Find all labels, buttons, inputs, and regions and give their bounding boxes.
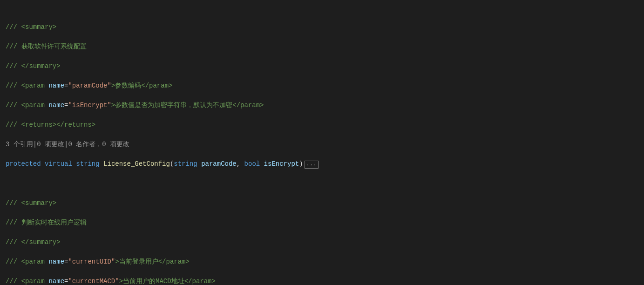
doc-line: /// 获取软件许可系统配置 [6, 42, 638, 52]
blank-line [6, 179, 638, 189]
doc-line: /// <returns></returns> [6, 120, 638, 130]
codelens[interactable]: 3 个引用|0 项更改|0 名作者，0 项更改 [6, 140, 638, 149]
code-editor[interactable]: /// <summary> /// 获取软件许可系统配置 /// </summa… [0, 0, 644, 285]
doc-line: /// <param name="currentMACD">当前用户的MACD地… [6, 277, 638, 285]
doc-line: /// </summary> [6, 61, 638, 71]
doc-line: /// 判断实时在线用户逻辑 [6, 218, 638, 228]
doc-line: /// </summary> [6, 238, 638, 247]
doc-line: /// <param name="isEncrypt">参数值是否为加密字符串，… [6, 101, 638, 110]
method-signature: protected virtual string License_GetConf… [6, 159, 638, 169]
doc-line: /// <param name="currentUID">当前登录用户</par… [6, 257, 638, 267]
doc-line: /// <summary> [6, 198, 638, 208]
collapse-toggle[interactable]: ... [305, 161, 319, 169]
xml-doc: /// <summary> [6, 23, 56, 31]
doc-line: /// <summary> [6, 22, 638, 32]
doc-line: /// <param name="paramCode">参数编码</param> [6, 81, 638, 91]
